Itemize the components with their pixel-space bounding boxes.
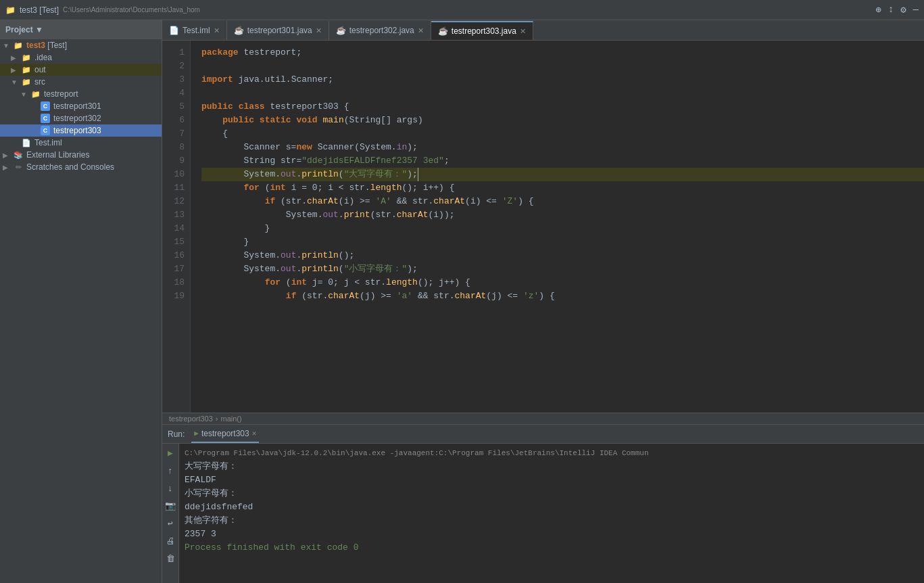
sidebar-item-testiml[interactable]: ▶ 📄 Test.iml [0, 137, 162, 149]
line-num-10: 10 [162, 168, 185, 181]
line-num-15: 15 [162, 235, 185, 249]
sidebar-item-out[interactable]: ▶ 📁 out [0, 64, 162, 76]
run-panel: Run: ▶ testreport303 ✕ ▶ ↑ ↓ 📷 ↩ 🖨 🗑 [162, 424, 924, 583]
scratches-label: Scratches and Consoles [26, 162, 114, 172]
code-line-5: public class testreport303 { [201, 100, 924, 114]
run-up-button[interactable]: ↑ [164, 464, 177, 477]
run-wrap-button[interactable]: ↩ [164, 517, 177, 530]
tab-label-iml: Test.iml [183, 26, 210, 35]
run-tab-active[interactable]: ▶ testreport303 ✕ [191, 425, 259, 443]
run-down-button[interactable]: ↓ [164, 482, 177, 495]
run-output-line-4: ddejidsfnefed [185, 500, 919, 514]
code-line-12: if (str.charAt(i) >= 'A' && str.charAt(i… [201, 195, 924, 208]
sidebar-item-tr303[interactable]: ▶ C testreport303 [0, 124, 162, 137]
run-label: Run: [168, 429, 185, 439]
sidebar-item-scratches[interactable]: ▶ ✏ Scratches and Consoles [0, 161, 162, 173]
project-title: 📁 test3 [Test] C:\Users\Administrator\Do… [5, 5, 200, 15]
run-snapshot-button[interactable]: 📷 [164, 499, 177, 513]
code-line-17: System.out.println("小写字母有："); [201, 262, 924, 276]
line-num-8: 8 [162, 141, 185, 154]
line-num-17: 17 [162, 262, 185, 276]
idea-label: .idea [34, 53, 52, 62]
line-num-3: 3 [162, 73, 185, 87]
code-line-16: System.out.println(); [201, 249, 924, 262]
line-num-11: 11 [162, 181, 185, 195]
main-layout: Project ▼ ▼ 📁 test3 [Test] ▶ 📁 .idea ▶ 📁… [0, 20, 924, 583]
code-line-2 [201, 60, 924, 73]
breadcrumb-file: testreport303 [169, 415, 213, 423]
testreport-label: testreport [44, 89, 78, 99]
line-num-4: 4 [162, 87, 185, 100]
tr301-label: testreport301 [53, 101, 101, 111]
editor-tabs: 📄 Test.iml ✕ ☕ testreport301.java ✕ ☕ te… [162, 20, 924, 41]
tab-close-iml[interactable]: ✕ [214, 26, 220, 35]
root-node-label: test3 [Test] [26, 41, 67, 50]
breadcrumb-method: main() [221, 415, 242, 423]
code-line-9: String str="ddejidsEFALDFfnef2357 3ed"; [201, 154, 924, 168]
tab-close-tr302[interactable]: ✕ [418, 26, 424, 35]
breadcrumb-separator: › [216, 415, 218, 423]
code-line-19: if (str.charAt(j) >= 'a' && str.charAt(j… [201, 289, 924, 303]
line-num-16: 16 [162, 249, 185, 262]
split-icon[interactable]: ↕ [888, 4, 894, 16]
run-tabs: Run: ▶ testreport303 ✕ [162, 425, 924, 444]
tab-tr301[interactable]: ☕ testreport301.java ✕ [227, 21, 329, 40]
settings-icon[interactable]: ⊕ [875, 4, 881, 16]
code-line-15: } [201, 235, 924, 249]
code-content[interactable]: package testreport; import java.util.Sca… [191, 41, 924, 413]
line-numbers: 1 2 3 4 ▶5 ▶6 7 8 9 10 11 12 [162, 41, 191, 413]
tab-tr302[interactable]: ☕ testreport302.java ✕ [329, 21, 431, 40]
sidebar-item-external-libs[interactable]: ▶ 📚 External Libraries [0, 149, 162, 161]
editor-area: 📄 Test.iml ✕ ☕ testreport301.java ✕ ☕ te… [162, 20, 924, 583]
run-tab-label: testreport303 [201, 429, 249, 438]
tab-label-tr302: testreport302.java [349, 26, 414, 35]
run-clear-button[interactable]: 🗑 [164, 552, 177, 565]
tab-close-tr301[interactable]: ✕ [316, 26, 322, 35]
run-play-button[interactable]: ▶ [164, 446, 177, 460]
code-line-8: Scanner s=new Scanner(System.in); [201, 141, 924, 154]
sidebar-item-src[interactable]: ▼ 📁 src [0, 76, 162, 88]
sidebar-item-tr302[interactable]: ▶ C testreport302 [0, 112, 162, 124]
line-num-14: 14 [162, 222, 185, 235]
code-line-4 [201, 87, 924, 100]
tr303-label: testreport303 [53, 126, 101, 135]
run-sidebar-icons: ▶ ↑ ↓ 📷 ↩ 🖨 🗑 [162, 444, 179, 583]
ext-libs-label: External Libraries [26, 150, 89, 160]
iml-label: Test.iml [34, 138, 62, 147]
line-num-19: 19 [162, 289, 185, 303]
sidebar-item-testreport[interactable]: ▼ 📁 testreport [0, 88, 162, 100]
project-icon: 📁 [5, 5, 16, 15]
tab-icon-tr302: ☕ [336, 26, 346, 35]
line-num-13: 13 [162, 208, 185, 222]
code-editor[interactable]: 1 2 3 4 ▶5 ▶6 7 8 9 10 11 12 [162, 41, 924, 413]
out-label: out [34, 65, 46, 74]
line-num-6: ▶6 [162, 114, 185, 127]
run-cmd-line: C:\Program Files\Java\jdk-12.0.2\bin\jav… [185, 446, 919, 460]
sidebar-item-tr301[interactable]: ▶ C testreport301 [0, 100, 162, 112]
tr302-label: testreport302 [53, 114, 101, 123]
run-output-line-1: 大写字母有： [185, 460, 919, 473]
line-num-5: ▶5 [162, 100, 185, 114]
sidebar-item-idea[interactable]: ▶ 📁 .idea [0, 51, 162, 64]
project-label: Project ▼ [5, 25, 43, 34]
tab-label-tr303: testreport303.java [452, 26, 516, 36]
run-output-exit: Process finished with exit code 0 [185, 541, 919, 555]
tab-icon-tr301: ☕ [234, 26, 244, 35]
minimize-icon[interactable]: — [913, 4, 919, 16]
code-line-7: { [201, 127, 924, 141]
run-output-line-3: 小写字母有： [185, 487, 919, 500]
tree-root[interactable]: ▼ 📁 test3 [Test] [0, 39, 162, 51]
code-line-3: import java.util.Scanner; [201, 73, 924, 87]
root-path: C:\Users\Administrator\Documents\Java_ho… [63, 6, 200, 14]
line-num-18: 18 [162, 276, 185, 289]
code-line-1: package testreport; [201, 46, 924, 60]
tab-tr303[interactable]: ☕ testreport303.java ✕ [431, 21, 533, 40]
run-print-button[interactable]: 🖨 [164, 534, 177, 548]
line-num-2: 2 [162, 60, 185, 73]
src-label: src [34, 77, 45, 87]
tab-close-tr303[interactable]: ✕ [520, 27, 526, 36]
titlebar: 📁 test3 [Test] C:\Users\Administrator\Do… [0, 0, 924, 20]
gear-icon[interactable]: ⚙ [900, 4, 906, 16]
tab-test-iml[interactable]: 📄 Test.iml ✕ [162, 21, 227, 40]
run-tab-close[interactable]: ✕ [252, 429, 257, 438]
